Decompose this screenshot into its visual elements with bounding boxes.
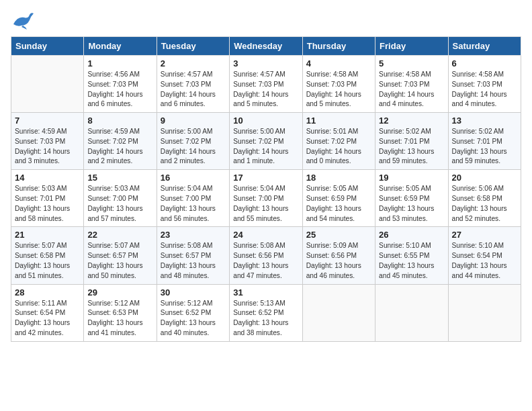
day-number: 6 <box>452 58 517 68</box>
day-number: 26 <box>379 230 444 240</box>
day-number: 9 <box>161 116 226 126</box>
logo <box>11 11 38 31</box>
day-info: Sunrise: 5:08 AM Sunset: 6:56 PM Dayligh… <box>233 241 298 281</box>
calendar-cell <box>11 56 84 113</box>
calendar-cell: 22Sunrise: 5:07 AM Sunset: 6:57 PM Dayli… <box>84 227 157 284</box>
day-number: 10 <box>233 116 298 126</box>
day-number: 5 <box>379 58 444 68</box>
day-number: 28 <box>15 287 80 298</box>
calendar-cell: 24Sunrise: 5:08 AM Sunset: 6:56 PM Dayli… <box>230 227 302 284</box>
day-number: 1 <box>87 58 152 68</box>
calendar-cell: 10Sunrise: 5:00 AM Sunset: 7:02 PM Dayli… <box>230 113 302 170</box>
column-header-monday: Monday <box>84 37 157 56</box>
column-header-friday: Friday <box>375 37 448 56</box>
day-info: Sunrise: 5:03 AM Sunset: 7:01 PM Dayligh… <box>15 184 80 224</box>
day-number: 14 <box>15 173 80 183</box>
day-number: 15 <box>87 173 152 183</box>
calendar-cell: 27Sunrise: 5:10 AM Sunset: 6:54 PM Dayli… <box>448 227 521 284</box>
calendar-cell: 19Sunrise: 5:05 AM Sunset: 6:59 PM Dayli… <box>375 170 448 227</box>
day-info: Sunrise: 5:11 AM Sunset: 6:54 PM Dayligh… <box>15 299 80 338</box>
calendar-week-row: 7Sunrise: 4:59 AM Sunset: 7:03 PM Daylig… <box>11 113 521 170</box>
calendar-week-row: 21Sunrise: 5:07 AM Sunset: 6:58 PM Dayli… <box>11 227 521 284</box>
day-info: Sunrise: 4:59 AM Sunset: 7:02 PM Dayligh… <box>87 127 152 167</box>
day-info: Sunrise: 5:05 AM Sunset: 6:59 PM Dayligh… <box>379 184 444 224</box>
calendar-cell: 4Sunrise: 4:58 AM Sunset: 7:03 PM Daylig… <box>302 56 375 113</box>
day-number: 18 <box>306 173 371 183</box>
column-header-wednesday: Wednesday <box>230 37 302 56</box>
calendar-cell: 6Sunrise: 4:58 AM Sunset: 7:03 PM Daylig… <box>448 56 521 113</box>
day-info: Sunrise: 5:10 AM Sunset: 6:54 PM Dayligh… <box>452 241 517 281</box>
calendar-week-row: 14Sunrise: 5:03 AM Sunset: 7:01 PM Dayli… <box>11 170 521 227</box>
calendar-cell: 21Sunrise: 5:07 AM Sunset: 6:58 PM Dayli… <box>11 227 84 284</box>
day-number: 12 <box>379 116 444 126</box>
day-number: 13 <box>452 116 517 126</box>
day-number: 30 <box>161 287 226 298</box>
page-header <box>11 11 521 31</box>
day-number: 3 <box>233 58 298 68</box>
column-header-thursday: Thursday <box>302 37 375 56</box>
column-header-tuesday: Tuesday <box>157 37 229 56</box>
day-number: 19 <box>379 173 444 183</box>
calendar-cell <box>302 284 375 341</box>
logo-bird-icon <box>11 11 35 31</box>
calendar-cell: 30Sunrise: 5:12 AM Sunset: 6:52 PM Dayli… <box>157 284 229 341</box>
calendar-cell: 20Sunrise: 5:06 AM Sunset: 6:58 PM Dayli… <box>448 170 521 227</box>
calendar-cell: 18Sunrise: 5:05 AM Sunset: 6:59 PM Dayli… <box>302 170 375 227</box>
day-number: 25 <box>306 230 371 240</box>
calendar-cell: 13Sunrise: 5:02 AM Sunset: 7:01 PM Dayli… <box>448 113 521 170</box>
day-info: Sunrise: 5:12 AM Sunset: 6:53 PM Dayligh… <box>87 299 152 338</box>
day-info: Sunrise: 4:58 AM Sunset: 7:03 PM Dayligh… <box>379 70 444 109</box>
day-info: Sunrise: 4:57 AM Sunset: 7:03 PM Dayligh… <box>233 70 298 109</box>
day-number: 20 <box>452 173 517 183</box>
column-header-saturday: Saturday <box>448 37 521 56</box>
calendar-cell: 9Sunrise: 5:00 AM Sunset: 7:02 PM Daylig… <box>157 113 229 170</box>
day-number: 31 <box>233 287 298 298</box>
day-info: Sunrise: 5:00 AM Sunset: 7:02 PM Dayligh… <box>161 127 226 167</box>
day-number: 4 <box>306 58 371 68</box>
calendar-cell: 28Sunrise: 5:11 AM Sunset: 6:54 PM Dayli… <box>11 284 84 341</box>
day-info: Sunrise: 5:04 AM Sunset: 7:00 PM Dayligh… <box>233 184 298 224</box>
column-header-sunday: Sunday <box>11 37 84 56</box>
day-info: Sunrise: 5:07 AM Sunset: 6:57 PM Dayligh… <box>87 241 152 281</box>
day-info: Sunrise: 5:02 AM Sunset: 7:01 PM Dayligh… <box>452 127 517 167</box>
day-number: 23 <box>161 230 226 240</box>
day-number: 22 <box>87 230 152 240</box>
day-info: Sunrise: 5:13 AM Sunset: 6:52 PM Dayligh… <box>233 299 298 338</box>
calendar-cell: 5Sunrise: 4:58 AM Sunset: 7:03 PM Daylig… <box>375 56 448 113</box>
calendar-cell: 8Sunrise: 4:59 AM Sunset: 7:02 PM Daylig… <box>84 113 157 170</box>
day-number: 21 <box>15 230 80 240</box>
calendar-cell <box>375 284 448 341</box>
day-number: 16 <box>161 173 226 183</box>
day-info: Sunrise: 5:10 AM Sunset: 6:55 PM Dayligh… <box>379 241 444 281</box>
calendar-cell: 25Sunrise: 5:09 AM Sunset: 6:56 PM Dayli… <box>302 227 375 284</box>
day-info: Sunrise: 5:05 AM Sunset: 6:59 PM Dayligh… <box>306 184 371 224</box>
calendar-cell: 12Sunrise: 5:02 AM Sunset: 7:01 PM Dayli… <box>375 113 448 170</box>
day-number: 7 <box>15 116 80 126</box>
calendar-cell: 11Sunrise: 5:01 AM Sunset: 7:02 PM Dayli… <box>302 113 375 170</box>
day-number: 17 <box>233 173 298 183</box>
day-info: Sunrise: 5:06 AM Sunset: 6:58 PM Dayligh… <box>452 184 517 224</box>
calendar-cell: 2Sunrise: 4:57 AM Sunset: 7:03 PM Daylig… <box>157 56 229 113</box>
day-info: Sunrise: 5:08 AM Sunset: 6:57 PM Dayligh… <box>161 241 226 281</box>
calendar-cell: 17Sunrise: 5:04 AM Sunset: 7:00 PM Dayli… <box>230 170 302 227</box>
calendar-cell: 14Sunrise: 5:03 AM Sunset: 7:01 PM Dayli… <box>11 170 84 227</box>
day-info: Sunrise: 4:57 AM Sunset: 7:03 PM Dayligh… <box>161 70 226 109</box>
calendar-cell: 1Sunrise: 4:56 AM Sunset: 7:03 PM Daylig… <box>84 56 157 113</box>
day-number: 2 <box>161 58 226 68</box>
day-number: 29 <box>87 287 152 298</box>
day-number: 24 <box>233 230 298 240</box>
calendar-cell: 31Sunrise: 5:13 AM Sunset: 6:52 PM Dayli… <box>230 284 302 341</box>
calendar-table: SundayMondayTuesdayWednesdayThursdayFrid… <box>11 36 521 342</box>
day-info: Sunrise: 4:58 AM Sunset: 7:03 PM Dayligh… <box>306 70 371 109</box>
calendar-cell: 15Sunrise: 5:03 AM Sunset: 7:00 PM Dayli… <box>84 170 157 227</box>
calendar-week-row: 28Sunrise: 5:11 AM Sunset: 6:54 PM Dayli… <box>11 284 521 341</box>
day-info: Sunrise: 5:01 AM Sunset: 7:02 PM Dayligh… <box>306 127 371 167</box>
calendar-week-row: 1Sunrise: 4:56 AM Sunset: 7:03 PM Daylig… <box>11 56 521 113</box>
calendar-header-row: SundayMondayTuesdayWednesdayThursdayFrid… <box>11 37 521 56</box>
day-info: Sunrise: 5:02 AM Sunset: 7:01 PM Dayligh… <box>379 127 444 167</box>
calendar-cell: 7Sunrise: 4:59 AM Sunset: 7:03 PM Daylig… <box>11 113 84 170</box>
day-number: 11 <box>306 116 371 126</box>
day-info: Sunrise: 4:58 AM Sunset: 7:03 PM Dayligh… <box>452 70 517 109</box>
calendar-cell: 16Sunrise: 5:04 AM Sunset: 7:00 PM Dayli… <box>157 170 229 227</box>
calendar-cell: 26Sunrise: 5:10 AM Sunset: 6:55 PM Dayli… <box>375 227 448 284</box>
